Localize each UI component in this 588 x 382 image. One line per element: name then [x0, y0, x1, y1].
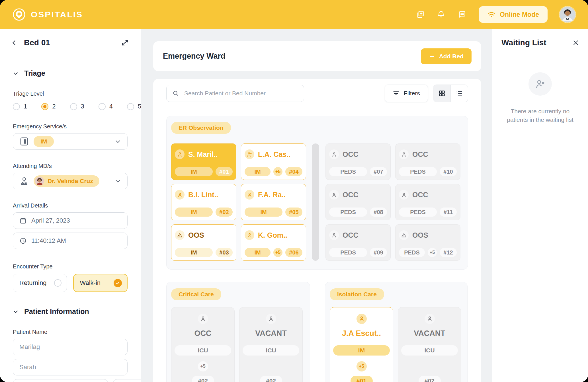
service-tag: IM — [34, 136, 54, 147]
bed-card[interactable]: J.A Escut.. IM +5 #01 — [330, 307, 393, 382]
bed-number-pill: #12 — [440, 248, 457, 257]
expand-icon[interactable] — [121, 39, 129, 46]
service-pill: IM — [245, 167, 271, 176]
service-pill: PEDS — [399, 248, 425, 257]
bed-card[interactable]: L.A. Cas.. IM +5 #04 — [241, 143, 306, 180]
triage-level-5[interactable]: 5 — [127, 103, 141, 110]
emergency-service-select[interactable]: IM — [13, 133, 128, 150]
care-section: Isolation Care J.A Escut.. IM +5 #01 VAC… — [325, 282, 468, 382]
triage-level-value: 1 — [24, 103, 27, 110]
care-sections-row: Critical Care OCC ICU +5 #02 VACANT ICU … — [166, 282, 468, 382]
chevron-down-icon — [13, 309, 19, 315]
attending-md-label: Attending MD/s — [13, 163, 128, 169]
triage-section-toggle[interactable]: Triage — [13, 69, 128, 77]
bed-card[interactable]: OOS PEDS +5 #12 — [395, 224, 460, 261]
arrival-date-field[interactable]: April 27, 2023 — [13, 212, 128, 229]
bed-card-title: OCC — [343, 231, 358, 239]
patient-info-heading: Patient Information — [24, 307, 89, 316]
chevron-down-icon — [115, 138, 121, 145]
user-avatar[interactable] — [560, 7, 575, 22]
list-view-icon[interactable] — [450, 85, 468, 102]
arrival-time-field[interactable]: 11:40:12 AM — [13, 233, 128, 249]
bed-card[interactable]: VACANT ICU #02 — [398, 307, 461, 382]
radio-icon — [13, 103, 20, 110]
patient-second-name-input[interactable] — [13, 359, 128, 375]
bed-card[interactable]: OCC ICU +5 #02 — [171, 307, 235, 382]
radio-icon — [70, 103, 77, 110]
er-bed-grid-left: S. Maril.. IM #01 L.A. Cas.. IM +5 #04 B… — [171, 143, 306, 261]
bed-number-pill: #02 — [192, 376, 214, 382]
triage-level-1[interactable]: 1 — [13, 103, 27, 110]
brand-logo-icon — [13, 8, 26, 21]
patient-name-extra-field-1[interactable] — [13, 379, 108, 382]
triage-level-value: 5 — [138, 103, 141, 110]
warning-icon — [175, 230, 185, 240]
bed-card[interactable]: B.I. Lint.. IM #02 — [171, 184, 236, 220]
triage-level-4[interactable]: 4 — [99, 103, 113, 110]
online-mode-button[interactable]: Online Mode — [479, 6, 548, 23]
close-icon[interactable] — [572, 39, 579, 46]
add-bed-button[interactable]: Add Bed — [421, 48, 472, 64]
back-button[interactable] — [11, 39, 18, 46]
er-bed-grid-right: OCC PEDS #07 OCC PEDS #10 OCC PEDS #08 — [325, 143, 460, 261]
encounter-option-returning[interactable]: Returning — [13, 274, 67, 292]
arrival-time-value: 11:40:12 AM — [31, 237, 66, 245]
triage-level-2[interactable]: 2 — [41, 103, 56, 110]
person-icon — [245, 190, 254, 200]
chevron-down-icon — [13, 71, 19, 76]
extra-count-pill: +5 — [273, 167, 282, 176]
board-plus-icon[interactable] — [415, 10, 425, 19]
ward-content: Filters — [153, 79, 481, 382]
service-pill: IM — [175, 167, 213, 176]
waiting-list-panel: Waiting List There are currently no pati… — [492, 29, 588, 382]
radio-icon — [127, 103, 134, 110]
attending-md-select[interactable]: Dr. Velinda Cruz — [13, 173, 128, 189]
er-observation-section: ER Observation S. Maril.. IM #01 L.A. Ca… — [166, 116, 468, 270]
filters-button[interactable]: Filters — [385, 85, 428, 102]
triage-heading: Triage — [24, 69, 45, 77]
service-pill: PEDS — [399, 208, 437, 217]
clock-icon — [19, 237, 27, 245]
grid-view-icon[interactable] — [433, 85, 450, 102]
bed-card-title: K. Gom.. — [258, 231, 287, 239]
encounter-option-walk-in[interactable]: Walk-in — [73, 274, 128, 292]
service-pill: PEDS — [329, 167, 367, 176]
service-pill: IM — [245, 248, 271, 257]
bed-number-pill: #07 — [370, 167, 387, 176]
bed-card[interactable]: OCC PEDS #08 — [325, 184, 391, 220]
bed-card[interactable]: OCC PEDS #10 — [395, 143, 460, 180]
triage-level-value: 2 — [52, 103, 56, 110]
bed-number-pill: #02 — [260, 376, 282, 382]
patient-name-extra-field-2[interactable] — [113, 379, 141, 382]
service-pill: IM — [333, 345, 390, 356]
bed-card-title: F.A. Ra.. — [258, 191, 286, 199]
radio-icon — [41, 103, 48, 110]
person-icon — [329, 230, 339, 240]
arrival-date-value: April 27, 2023 — [31, 217, 70, 224]
calendar-icon — [19, 217, 27, 224]
bed-card[interactable]: OCC PEDS #11 — [395, 184, 460, 220]
wifi-icon — [487, 11, 496, 18]
scrollbar[interactable] — [312, 143, 319, 261]
bed-card[interactable]: OCC PEDS #09 — [325, 224, 391, 261]
bed-card[interactable]: VACANT ICU #02 — [239, 307, 303, 382]
patient-first-name-input[interactable] — [13, 339, 128, 355]
bell-icon[interactable] — [437, 10, 446, 19]
chat-icon[interactable] — [458, 10, 467, 19]
bed-card[interactable]: S. Maril.. IM #01 — [171, 143, 236, 180]
bed-detail-panel: Bed 01 Triage Triage Level 1 2 3 4 — [0, 29, 141, 382]
encounter-type-label: Encounter Type — [13, 263, 128, 270]
patient-info-section-toggle[interactable]: Patient Information — [13, 307, 128, 316]
emergency-service-label: Emergency Service/s — [13, 123, 128, 130]
bed-card[interactable]: K. Gom.. IM +5 #06 — [241, 224, 306, 261]
service-pill: IM — [175, 248, 213, 257]
bed-card[interactable]: F.A. Ra.. IM #05 — [241, 184, 306, 220]
triage-level-3[interactable]: 3 — [70, 103, 84, 110]
search-box — [166, 85, 304, 102]
bed-card[interactable]: OOS IM #03 — [171, 224, 236, 261]
radio-icon — [54, 279, 62, 287]
ward-header: Emergency Ward Add Bed — [153, 41, 481, 71]
bed-card[interactable]: OCC PEDS #07 — [325, 143, 391, 180]
person-icon — [399, 190, 409, 200]
search-input[interactable] — [184, 90, 298, 97]
